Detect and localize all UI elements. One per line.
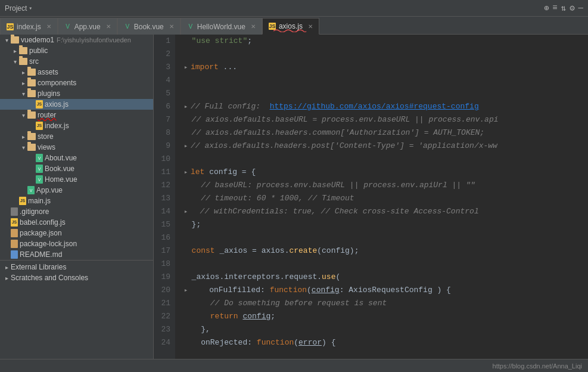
js-file-icon: JS (7, 23, 14, 30)
vue-file-icon: V (36, 175, 43, 184)
fold-icon[interactable]: ▸ (182, 100, 189, 113)
tree-item-package-lock-json[interactable]: package-lock.json (0, 238, 153, 249)
tab-label: HelloWorld.vue (197, 23, 245, 31)
generic-file-icon (11, 207, 18, 216)
tree-item-public[interactable]: ▸ public (0, 45, 153, 56)
tree-item-components[interactable]: ▸ components (0, 78, 153, 88)
tree-item-assets[interactable]: ▸ assets (0, 67, 153, 78)
close-icon[interactable]: ✕ (169, 23, 174, 30)
top-bar-icons: ⊕ ≡ ⇅ ⚙ — (544, 3, 583, 13)
tree-item-book-vue[interactable]: V Book.vue (0, 163, 153, 174)
js-file-icon: JS (11, 218, 18, 227)
function-token: use (322, 272, 335, 281)
close-icon[interactable]: ✕ (308, 23, 313, 30)
squiggle-decoration (273, 27, 306, 32)
tree-item-router-index[interactable]: JS index.js (0, 120, 153, 131)
link-token[interactable]: https://github.com/axios/axios#request-c… (270, 102, 479, 111)
arrow-icon: ▸ (11, 48, 19, 54)
minimize-icon[interactable]: — (578, 3, 583, 13)
blog-link: https://blog.csdn.net/Anna_Liqi (493, 362, 582, 370)
arrow-icon: ▸ (19, 69, 27, 76)
fold-icon[interactable]: ▸ (182, 61, 189, 74)
tree-item-axios-js[interactable]: JS axios.js (0, 99, 153, 110)
tree-item-app-vue[interactable]: V App.vue (0, 185, 153, 196)
tab-index-js[interactable]: JS index.js ✕ (0, 18, 58, 35)
code-line-4 (182, 74, 581, 87)
tree-item-gitignore[interactable]: .gitignore (0, 206, 153, 217)
fold-icon[interactable]: ▸ (182, 166, 189, 179)
code-line-1: "use strict"; (182, 35, 581, 48)
arrow-icon: ▾ (19, 91, 27, 97)
tab-app-vue[interactable]: V App.vue ✕ (58, 18, 117, 35)
close-icon[interactable]: ✕ (106, 23, 111, 30)
tab-book-vue[interactable]: V Book.vue ✕ (117, 18, 181, 35)
top-bar: Project ▾ ⊕ ≡ ⇅ ⚙ — (0, 0, 588, 17)
code-line-20: ▸ onFulfilled: function(config: AxiosReq… (182, 284, 581, 297)
chevron-down-icon: ▾ (29, 5, 32, 12)
json-file-icon (11, 229, 18, 237)
tree-label: Scratches and Consoles (11, 274, 88, 282)
tree-item-vuedemo1[interactable]: ▾ vuedemo1 F:\yishu\yishufont\vueden (0, 35, 153, 45)
tree-label: External Libraries (11, 263, 66, 271)
folder-icon (27, 144, 36, 151)
tree-item-router[interactable]: ▾ router (0, 110, 153, 120)
folder-icon (27, 133, 36, 140)
tree-item-about-vue[interactable]: V About.vue (0, 153, 153, 163)
tree-item-store[interactable]: ▸ store (0, 131, 153, 142)
folder-icon (27, 90, 36, 97)
fold-icon[interactable]: ▸ (182, 284, 189, 297)
folder-icon (19, 47, 27, 54)
add-icon[interactable]: ⊕ (544, 3, 549, 13)
code-line-10 (182, 153, 581, 166)
function-token: create (289, 246, 317, 255)
bottom-bar: https://blog.csdn.net/Anna_Liqi (0, 359, 588, 372)
menu-icon[interactable]: ≡ (552, 3, 557, 13)
vue-file-icon: V (124, 23, 131, 30)
tree-label: package-lock.json (20, 240, 77, 248)
tree-item-readme[interactable]: README.md (0, 249, 153, 260)
param-underline-token: error (298, 338, 322, 347)
tree-label: components (38, 79, 76, 87)
tab-label: Book.vue (134, 23, 164, 31)
arrow-icon: ▾ (19, 144, 27, 151)
tree-label: vuedemo1 (21, 36, 54, 44)
tree-item-main-js[interactable]: JS main.js (0, 196, 153, 206)
code-line-21: // Do something before request is sent (182, 297, 581, 310)
tree-item-package-json[interactable]: package.json (0, 228, 153, 238)
tab-axios-js[interactable]: JS axios.js ✕ (262, 18, 319, 35)
tree-item-views[interactable]: ▾ views (0, 142, 153, 153)
tree-label: assets (38, 68, 58, 76)
tree-item-plugins[interactable]: ▾ plugins (0, 88, 153, 99)
tree-item-babel-config[interactable]: JS babel.config.js (0, 217, 153, 228)
sort-icon[interactable]: ⇅ (561, 3, 566, 13)
sidebar: ▾ vuedemo1 F:\yishu\yishufont\vueden ▸ p… (0, 35, 154, 359)
vue-file-icon: V (27, 186, 35, 194)
tree-item-external-libraries[interactable]: ▸ External Libraries (0, 262, 153, 272)
tab-helloworld-vue[interactable]: V HelloWorld.vue ✕ (181, 18, 262, 35)
folder-icon (27, 111, 36, 119)
tree-item-src[interactable]: ▾ src (0, 56, 153, 67)
tree-label: main.js (28, 197, 51, 205)
vue-file-icon: V (64, 23, 71, 30)
tree-item-home-vue[interactable]: V Home.vue (0, 174, 153, 185)
tree-label: router (38, 111, 56, 119)
comment-token: // Do something before request is sent (210, 299, 387, 308)
fold-icon[interactable]: ▸ (182, 205, 189, 218)
tree-label: views (38, 143, 55, 151)
arrow-icon: ▸ (19, 80, 27, 86)
arrow-icon: ▾ (2, 37, 11, 44)
editor-content[interactable]: 123456 789101112 131415161718 1920212223… (154, 35, 588, 359)
string-token: "use strict" (192, 36, 248, 45)
close-icon[interactable]: ✕ (251, 23, 256, 30)
tree-label: About.vue (45, 154, 77, 162)
tree-label: Home.vue (45, 175, 77, 184)
fold-icon[interactable]: ▸ (182, 140, 189, 153)
gear-icon[interactable]: ⚙ (570, 3, 574, 13)
close-icon[interactable]: ✕ (46, 23, 51, 30)
keyword-token: let (191, 168, 204, 176)
code-area[interactable]: "use strict"; ▸import ... ▸// Full confi… (175, 35, 588, 359)
arrow-icon: ▾ (19, 112, 27, 119)
tree-label: store (38, 132, 54, 141)
code-line-18 (182, 258, 581, 271)
tree-item-scratches[interactable]: ▸ Scratches and Consoles (0, 272, 153, 283)
